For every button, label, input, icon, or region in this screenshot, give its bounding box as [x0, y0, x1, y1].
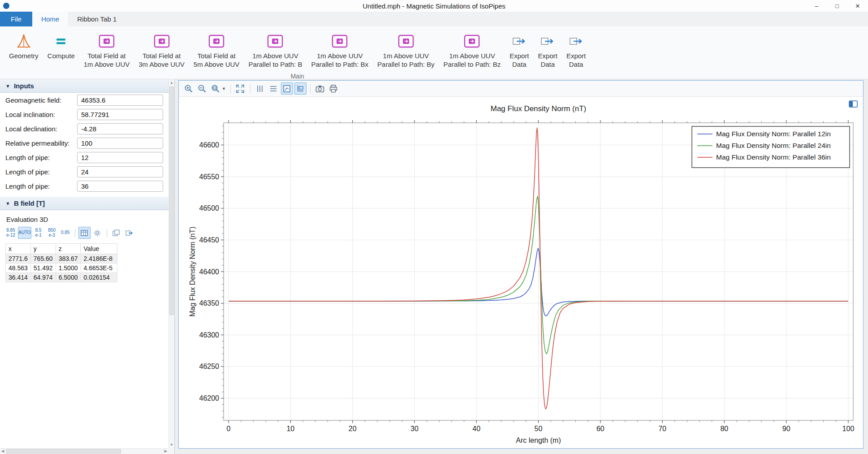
parallel-path-by-button[interactable]: 1m Above UUVParallel to Path: By: [373, 30, 439, 71]
zoom-out-icon[interactable]: [196, 82, 208, 95]
x-axis-data-icon[interactable]: [254, 82, 266, 95]
parallel-path-bx-label: 1m Above UUV: [317, 52, 363, 61]
export-data-2-label: Data: [540, 61, 555, 69]
x-tick-label: 0: [227, 425, 231, 432]
scroll-down-icon[interactable]: ▼: [169, 443, 174, 447]
export-table-icon[interactable]: [123, 227, 135, 239]
plot-icon: [332, 32, 348, 51]
y-tick-label: 46600: [199, 141, 220, 149]
table-cell: 6.5000: [56, 273, 81, 282]
length-of-pipe-2-label: Length of pipe:: [5, 168, 77, 176]
precision-850e-3-button[interactable]: 850e-3: [46, 227, 58, 239]
scroll-right-icon[interactable]: ▶: [164, 449, 167, 453]
length-of-pipe-2-input[interactable]: [77, 166, 163, 177]
dropdown-caret-icon[interactable]: ▼: [222, 86, 226, 91]
tab-file[interactable]: File: [0, 12, 32, 26]
full-precision-icon[interactable]: [91, 227, 104, 239]
scroll-up-icon[interactable]: ▲: [169, 81, 174, 85]
toolbar-separator: [107, 229, 107, 237]
y-axis-data-icon[interactable]: [268, 82, 280, 95]
vertical-scroll-thumb[interactable]: [169, 86, 174, 315]
print-icon[interactable]: [328, 82, 340, 95]
compute-button[interactable]: Compute: [43, 30, 79, 62]
total-field-5m-label: Total Field at: [198, 52, 236, 61]
x-tick-label: 60: [596, 425, 605, 432]
y-tick-label: 46200: [199, 394, 220, 402]
precision-8-5e-1-button[interactable]: 8.5e-1: [32, 227, 45, 239]
legend-toggle-icon[interactable]: [294, 82, 307, 95]
y-tick-label: 46550: [199, 173, 220, 181]
geomagnetic-field-input[interactable]: [77, 95, 163, 106]
export-data-1-button[interactable]: ExportData: [505, 30, 533, 71]
bfield-section-title: B field [T]: [14, 199, 45, 207]
zoom-in-icon[interactable]: [182, 82, 194, 95]
parallel-path-b-label: Parallel to Path: B: [248, 61, 302, 69]
inputs-section-header[interactable]: ▼ Inputs: [0, 79, 168, 93]
collapse-triangle-icon: ▼: [5, 83, 10, 89]
length-of-pipe-1-label: Length of pipe:: [5, 154, 77, 161]
table-cell: 1.5000: [56, 264, 81, 273]
relative-permeability-label: Relative permeability:: [5, 139, 77, 147]
table-cell: 383.67: [56, 254, 81, 264]
evaluation-3d-label: Evaluation 3D: [0, 210, 168, 227]
precision-8-85e-12-button[interactable]: 8.85e-12: [4, 227, 17, 239]
tab-home[interactable]: Home: [32, 12, 68, 26]
precision-0-85-button[interactable]: 0.85: [59, 227, 72, 239]
table-row[interactable]: 2771.6765.60383.672.4186E-8: [6, 254, 117, 264]
app-window: Untitled.mph - Magnetic Simulations of I…: [0, 0, 868, 454]
table-format-icon[interactable]: [78, 227, 91, 239]
horizontal-scroll-thumb[interactable]: [6, 449, 121, 454]
table-row[interactable]: 36.41464.9746.50000.026154: [6, 273, 117, 282]
geometry-button[interactable]: Geometry: [4, 30, 43, 62]
plot-icon: [208, 32, 225, 51]
total-field-3m-button[interactable]: Total Field at3m Above UUV: [134, 30, 189, 71]
zoom-box-icon[interactable]: [209, 82, 221, 95]
total-field-1m-label: 1m Above UUV: [84, 61, 130, 69]
scroll-left-icon[interactable]: ◀: [1, 449, 4, 453]
local-inclination-label: Local inclination:: [5, 111, 77, 118]
export-data-3-button[interactable]: ExportData: [562, 30, 590, 71]
image-snapshot-icon[interactable]: [314, 82, 326, 95]
toolbar-separator: [230, 84, 231, 93]
table-header-value[interactable]: Value: [81, 244, 117, 254]
table-header-z[interactable]: z: [56, 244, 81, 254]
x-tick-label: 80: [720, 425, 728, 432]
plot-icon: [267, 32, 283, 51]
zoom-extents-icon[interactable]: [234, 82, 246, 95]
plot-image-icon[interactable]: [281, 82, 293, 95]
copy-table-icon[interactable]: [110, 227, 122, 239]
table-header-x[interactable]: x: [6, 244, 31, 254]
minimize-button[interactable]: –: [806, 0, 827, 12]
horizontal-scrollbar[interactable]: ◀ ▶: [0, 448, 168, 454]
parallel-path-bz-button[interactable]: 1m Above UUVParallel to Path: Bz: [439, 30, 505, 71]
plot-canvas[interactable]: 0102030405060708090100462004625046300463…: [179, 97, 863, 448]
tab-ribbon-tab-1[interactable]: Ribbon Tab 1: [68, 12, 125, 26]
total-field-5m-button[interactable]: Total Field at5m Above UUV: [189, 30, 244, 71]
local-inclination-input[interactable]: [77, 109, 163, 120]
app-icon: [3, 2, 10, 9]
parallel-path-b-button[interactable]: 1m Above UUVParallel to Path: B: [244, 30, 307, 71]
plot-window-icon[interactable]: [849, 100, 858, 109]
close-button[interactable]: ✕: [847, 0, 868, 12]
x-axis-label: Arc length (m): [516, 437, 561, 444]
parallel-path-b-label: 1m Above UUV: [252, 52, 298, 61]
total-field-1m-button[interactable]: Total Field at1m Above UUV: [79, 30, 134, 71]
vertical-scrollbar[interactable]: ▲ ▼: [168, 79, 174, 448]
maximize-button[interactable]: □: [827, 0, 847, 12]
relative-permeability-input[interactable]: [77, 138, 163, 149]
precision-auto-button[interactable]: AUTO: [18, 227, 31, 239]
local-declination-input[interactable]: [77, 123, 163, 134]
length-of-pipe-3-input[interactable]: [77, 181, 163, 192]
x-tick-label: 40: [472, 425, 480, 432]
bfield-section-header[interactable]: ▼ B field [T]: [0, 197, 168, 210]
parallel-path-bx-button[interactable]: 1m Above UUVParallel to Path: Bx: [307, 30, 373, 71]
inputs-section-title: Inputs: [14, 82, 34, 90]
y-tick-label: 46450: [199, 236, 220, 244]
table-row[interactable]: 48.56351.4921.50004.6653E-5: [6, 264, 117, 273]
export-data-2-button[interactable]: ExportData: [534, 30, 562, 71]
length-of-pipe-1-input[interactable]: [77, 152, 163, 163]
evaluation-table[interactable]: xyzValue 2771.6765.60383.672.4186E-848.5…: [5, 243, 117, 282]
plot-icon: [99, 32, 115, 51]
settings-panel: ▼ Inputs Geomagnetic field:Local inclina…: [0, 79, 175, 454]
table-header-y[interactable]: y: [30, 244, 56, 254]
